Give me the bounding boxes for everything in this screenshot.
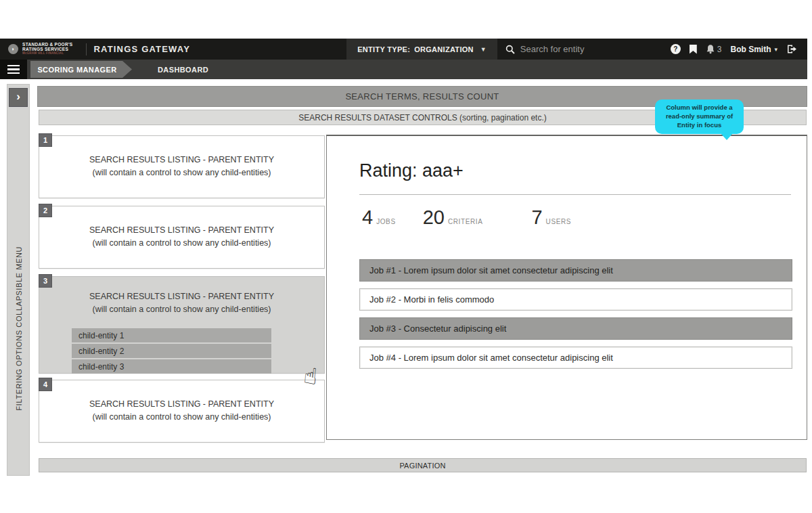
child-entity-row[interactable]: child-entity 3: [72, 359, 271, 374]
result-title: SEARCH RESULTS LISTING - PARENT ENTITY: [39, 290, 324, 303]
job-row-1[interactable]: Job #1 - Lorem ipsum dolor sit amet cons…: [359, 259, 792, 282]
rating-title: Rating: aaa+: [359, 160, 464, 181]
tab-scoring-manager-label: SCORING MANAGER: [37, 66, 116, 74]
result-card-4[interactable]: 4 SEARCH RESULTS LISTING - PARENT ENTITY…: [39, 380, 325, 443]
stat-label: CRITERIA: [448, 218, 482, 225]
sidebar-expand-button[interactable]: ›: [9, 88, 28, 107]
entity-search: [497, 44, 667, 54]
job-row-4[interactable]: Job #4 - Lorem ipsum dolor sit amet cons…: [359, 347, 792, 369]
page: ◗ STANDARD & POOR'S RATINGS SERVICES McG…: [0, 0, 812, 513]
tooltip-line: read-only summary of: [666, 112, 733, 121]
tooltip-line: Entity in focus: [677, 121, 721, 130]
entity-summary-panel: Rating: aaa+ 4 JOBS 20 CRITERIA 7 USERS …: [326, 135, 807, 440]
tab-dashboard[interactable]: DASHBOARD: [158, 66, 208, 74]
result-subtitle: (will contain a control to show any chil…: [39, 237, 324, 250]
jobs-list: Job #1 - Lorem ipsum dolor sit amet cons…: [359, 259, 792, 376]
child-entity-row[interactable]: child-entity 1: [72, 328, 271, 342]
logout-button[interactable]: [786, 44, 798, 54]
logo-line3: McGRAW HILL FINANCIAL: [22, 52, 72, 55]
stat-users: 7 USERS: [531, 206, 571, 229]
divider: [359, 194, 791, 195]
result-title: SEARCH RESULTS LISTING - PARENT ENTITY: [39, 224, 324, 237]
user-name: Bob Smith: [730, 45, 771, 54]
header-icons: ? 3 Bob Smith ▾: [667, 44, 807, 54]
bell-icon: [706, 44, 715, 54]
app-header: ◗ STANDARD & POOR'S RATINGS SERVICES McG…: [0, 39, 807, 60]
child-entity-list: child-entity 1 child-entity 2 child-enti…: [72, 328, 271, 375]
tooltip-line: Column will provide a: [666, 104, 732, 112]
logo-line2: RATINGS SERVICES: [22, 47, 72, 52]
entity-type-value: ORGANIZATION: [414, 45, 474, 53]
stats-row: 4 JOBS 20 CRITERIA 7 USERS: [362, 206, 571, 229]
main-content: SEARCH TERMS, RESULTS COUNT SEARCH RESUL…: [37, 86, 807, 476]
chevron-right-icon: ›: [16, 90, 20, 103]
stat-value: 7: [531, 206, 542, 229]
result-card-3-selected[interactable]: 3 SEARCH RESULTS LISTING - PARENT ENTITY…: [39, 276, 325, 374]
stat-label: JOBS: [376, 218, 396, 225]
hand-cursor-icon: ☝: [302, 362, 319, 390]
result-card-1[interactable]: 1 SEARCH RESULTS LISTING - PARENT ENTITY…: [39, 135, 325, 198]
sidebar-label: FILTERING OPTIONS COLLAPSIBLE MENU: [15, 246, 23, 411]
annotation-tooltip: Column will provide a read-only summary …: [655, 99, 744, 134]
result-title: SEARCH RESULTS LISTING - PARENT ENTITY: [39, 154, 324, 166]
user-menu[interactable]: Bob Smith ▾: [730, 45, 777, 54]
bookmark-icon[interactable]: [690, 45, 697, 54]
tooltip-pointer: [721, 133, 733, 140]
chevron-down-icon: ▼: [480, 46, 487, 53]
job-row-2[interactable]: Job #2 - Morbi in felis commodo: [359, 288, 792, 311]
job-row-3[interactable]: Job #3 - Consectetur adipiscing elit: [359, 317, 792, 340]
notifications-button[interactable]: 3: [706, 44, 722, 54]
result-badge: 4: [39, 378, 52, 391]
stat-label: USERS: [546, 218, 571, 225]
result-badge: 3: [39, 274, 52, 288]
child-entity-row[interactable]: child-entity 2: [72, 344, 271, 358]
stat-value: 20: [423, 206, 445, 229]
entity-type-dropdown[interactable]: ENTITY TYPE: ORGANIZATION ▼: [346, 39, 497, 60]
stat-jobs: 4 JOBS: [362, 206, 396, 229]
help-icon[interactable]: ?: [671, 44, 681, 54]
result-subtitle: (will contain a control to show any chil…: [39, 411, 324, 424]
stat-criteria: 20 CRITERIA: [423, 206, 483, 229]
result-badge: 2: [39, 204, 52, 217]
search-input[interactable]: [520, 44, 649, 54]
entity-type-label: ENTITY TYPE:: [357, 45, 410, 53]
chevron-down-icon: ▾: [774, 46, 777, 53]
result-subtitle: (will contain a control to show any chil…: [39, 303, 324, 316]
logout-icon: [786, 44, 798, 54]
tab-scoring-manager[interactable]: SCORING MANAGER: [30, 61, 132, 78]
app-nav: SCORING MANAGER DASHBOARD: [0, 60, 807, 79]
sp-logo: ◗ STANDARD & POOR'S RATINGS SERVICES McG…: [0, 43, 79, 55]
header-divider: [86, 43, 87, 55]
stat-value: 4: [362, 206, 373, 229]
pagination-bar[interactable]: PAGINATION: [39, 458, 807, 472]
result-subtitle: (will contain a control to show any chil…: [39, 166, 324, 179]
app-title: RATINGS GATEWAY: [93, 44, 190, 54]
notification-count: 3: [717, 45, 722, 54]
search-icon: [505, 45, 515, 54]
result-card-2[interactable]: 2 SEARCH RESULTS LISTING - PARENT ENTITY…: [39, 206, 325, 269]
filtering-options-sidebar: › FILTERING OPTIONS COLLAPSIBLE MENU: [7, 84, 30, 476]
sp-globe-icon: ◗: [8, 44, 18, 54]
result-title: SEARCH RESULTS LISTING - PARENT ENTITY: [39, 398, 324, 411]
hamburger-menu-icon[interactable]: [0, 60, 27, 79]
result-badge: 1: [39, 133, 52, 147]
